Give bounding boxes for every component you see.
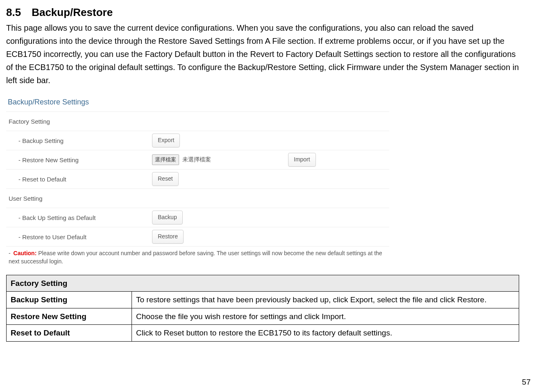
section-body-text: This page allows you to save the current… bbox=[6, 21, 520, 87]
table-row: Backup Setting To restore settings that … bbox=[7, 292, 519, 308]
caution-label: Caution: bbox=[14, 250, 37, 256]
caution-note: - Caution: Please write down your accoun… bbox=[6, 246, 389, 266]
user-setting-heading-row: User Setting bbox=[6, 188, 389, 208]
restore-user-default-label: - Restore to User Default bbox=[6, 232, 152, 242]
backup-as-default-row: - Back Up Setting as Default Backup bbox=[6, 208, 389, 227]
restore-new-setting-label: - Restore New Setting bbox=[6, 155, 152, 165]
factory-setting-heading: Factory Setting bbox=[6, 117, 152, 126]
restore-button[interactable]: Restore bbox=[152, 230, 184, 244]
table-desc: Click to Reset button to restore the ECB… bbox=[132, 325, 519, 341]
table-section-header: Factory Setting bbox=[7, 275, 519, 291]
table-term: Backup Setting bbox=[7, 292, 132, 308]
restore-new-setting-row: - Restore New Setting 選擇檔案 未選擇檔案 Import bbox=[6, 150, 389, 169]
factory-setting-heading-row: Factory Setting bbox=[6, 111, 389, 131]
backup-restore-panel: Backup/Restore Settings Factory Setting … bbox=[6, 94, 389, 265]
reset-to-default-label: - Reset to Default bbox=[6, 174, 152, 184]
import-button[interactable]: Import bbox=[288, 153, 316, 167]
section-heading: 8.5 Backup/Restore bbox=[6, 4, 520, 20]
backup-button[interactable]: Backup bbox=[152, 211, 183, 224]
reset-button[interactable]: Reset bbox=[152, 172, 179, 186]
table-row: Restore New Setting Choose the file you … bbox=[7, 308, 519, 324]
backup-as-default-label: - Back Up Setting as Default bbox=[6, 213, 152, 222]
table-row: Reset to Default Click to Reset button t… bbox=[7, 325, 519, 341]
table-desc: Choose the file you wish restore for set… bbox=[132, 308, 519, 324]
table-term: Reset to Default bbox=[7, 325, 132, 341]
reset-to-default-row: - Reset to Default Reset bbox=[6, 169, 389, 188]
table-term: Restore New Setting bbox=[7, 308, 132, 324]
table-desc: To restore settings that have been previ… bbox=[132, 292, 519, 308]
backup-setting-row: - Backup Setting Export bbox=[6, 131, 389, 150]
file-chosen-status: 未選擇檔案 bbox=[182, 155, 285, 164]
restore-user-default-row: - Restore to User Default Restore bbox=[6, 227, 389, 246]
caution-text: Please write down your account number an… bbox=[9, 250, 382, 265]
factory-setting-table: Factory Setting Backup Setting To restor… bbox=[6, 275, 519, 342]
export-button[interactable]: Export bbox=[152, 134, 180, 147]
panel-title: Backup/Restore Settings bbox=[6, 94, 389, 111]
backup-setting-label: - Backup Setting bbox=[6, 136, 152, 145]
user-setting-heading: User Setting bbox=[6, 194, 152, 203]
caution-dash: - bbox=[9, 250, 14, 256]
choose-file-button[interactable]: 選擇檔案 bbox=[152, 154, 179, 165]
